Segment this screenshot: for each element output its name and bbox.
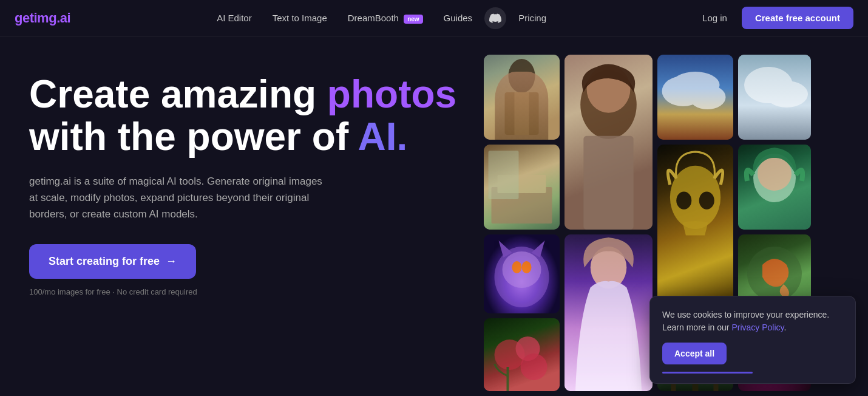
navbar: getimg.ai AI Editor Text to Image DreamB… (0, 0, 868, 36)
gallery-image-clouds (738, 55, 811, 140)
svg-rect-1 (504, 92, 538, 135)
svg-point-24 (676, 192, 691, 210)
hero-note: 100/mo images for free · No credit card … (29, 287, 478, 296)
gallery-image-curly-man (565, 55, 653, 230)
nav-pricing[interactable]: Pricing (510, 9, 555, 27)
gallery-image-man-suit (484, 55, 560, 140)
hero-title: Create amazing photos with the power of … (29, 73, 478, 159)
logo-ai: ai (60, 10, 70, 26)
image-gallery: We use cookies to improve your experienc… (478, 36, 869, 396)
nav-guides[interactable]: Guides (435, 9, 481, 27)
gallery-image-golden-skull (657, 145, 733, 313)
gallery-image-bedroom (484, 145, 560, 230)
logo[interactable]: getimg.ai (15, 10, 70, 26)
svg-point-21 (521, 261, 531, 273)
gallery-image-fantasy-woman (565, 234, 653, 391)
cookie-banner: We use cookies to improve your experienc… (649, 296, 856, 384)
svg-point-8 (671, 72, 719, 98)
start-creating-button[interactable]: Start creating for free → (29, 244, 196, 279)
svg-point-10 (765, 81, 808, 108)
gallery-image-green-hair (738, 145, 811, 230)
cookie-text: We use cookies to improve your experienc… (662, 309, 843, 334)
logo-text: getimg (15, 10, 56, 26)
nav-right: Log in Create free account (693, 7, 853, 29)
hero-description: getimg.ai is a suite of magical AI tools… (29, 173, 333, 223)
gallery-image-sky (657, 55, 733, 140)
gallery-image-cat (484, 234, 560, 313)
nav-ai-editor[interactable]: AI Editor (208, 9, 260, 27)
main-content: Create amazing photos with the power of … (0, 36, 868, 396)
create-account-button[interactable]: Create free account (742, 7, 853, 29)
svg-rect-13 (488, 151, 518, 199)
svg-rect-5 (583, 136, 633, 230)
privacy-policy-link[interactable]: Privacy Policy (731, 323, 784, 332)
nav-dreambooth[interactable]: DreamBooth new (339, 9, 432, 27)
nav-links: AI Editor Text to Image DreamBooth new G… (208, 7, 555, 29)
discord-icon[interactable] (484, 7, 506, 29)
accept-cookies-button[interactable]: Accept all (662, 343, 727, 364)
nav-text-to-image[interactable]: Text to Image (264, 9, 336, 27)
login-button[interactable]: Log in (693, 9, 737, 27)
svg-point-25 (699, 192, 714, 210)
svg-point-29 (520, 353, 547, 380)
gallery-image-roses (484, 318, 560, 391)
new-badge: new (404, 15, 422, 24)
svg-point-17 (502, 251, 541, 288)
svg-rect-30 (506, 367, 509, 391)
hero-section: Create amazing photos with the power of … (0, 36, 478, 396)
svg-point-0 (508, 59, 535, 93)
svg-point-20 (512, 261, 521, 273)
cookie-progress-bar (662, 372, 753, 374)
svg-rect-2 (514, 92, 529, 135)
